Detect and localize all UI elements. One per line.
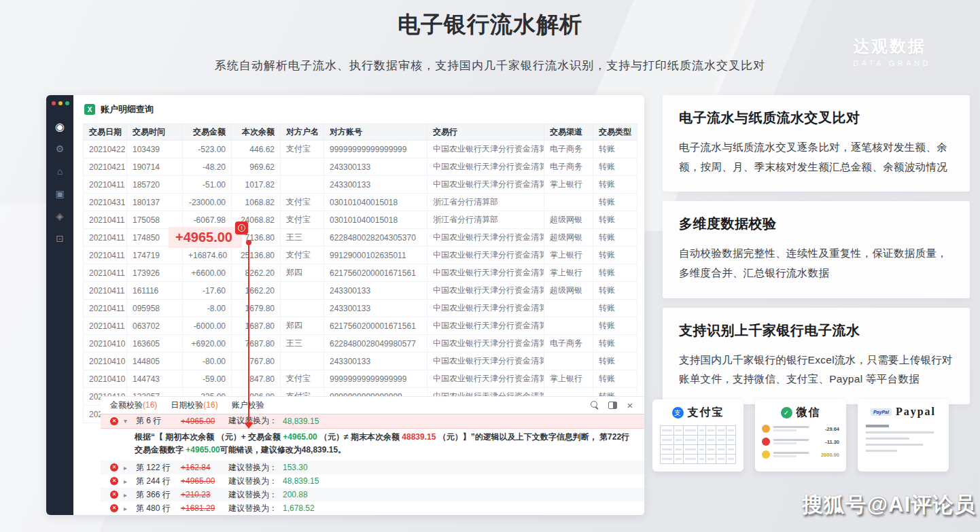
mini-cell <box>716 436 726 445</box>
validation-item[interactable]: ✕▸第 122 行+162.84建议替换为：153.30 <box>101 461 644 474</box>
cell-bank: 中国农业银行天津分行资金清算中心 <box>427 282 544 300</box>
search-icon[interactable] <box>590 400 599 410</box>
mini-cell <box>684 445 698 455</box>
close-icon[interactable]: × <box>625 400 635 410</box>
mini-cell <box>684 436 698 445</box>
data-icon[interactable]: ◈ <box>54 210 66 222</box>
validation-item[interactable]: ✕▸第 366 行+210.23建议替换为：200.88 <box>101 488 644 501</box>
cell-type: 转账 <box>593 282 637 300</box>
page-subtitle: 系统自动解析电子流水、执行数据审核，支持国内几千家银行流水识别，支持与打印纸质流… <box>0 58 980 73</box>
feature-card: 支持识别上千家银行电子流水支持国内几千家银行的银行Excel流水，只需要上传银行… <box>663 308 970 404</box>
column-header-type[interactable]: 交易类型 <box>593 124 637 141</box>
cell-type: 转账 <box>593 211 637 229</box>
validation-item[interactable]: ✕▸第 480 行+1681.29建议替换为：1,678.52 <box>101 501 644 515</box>
cell-channel: 掌上银行 <box>544 247 593 264</box>
dashboard-icon[interactable]: ◉ <box>54 120 66 132</box>
table-row[interactable]: 20210411173926+6600.008262.20郑四621756020… <box>84 264 637 282</box>
split-view-icon[interactable] <box>608 400 617 410</box>
cell-channel: 掌上银行 <box>544 264 593 282</box>
cell-balance: 1068.82 <box>232 194 281 211</box>
column-header-balance[interactable]: 本次余额 <box>232 124 281 141</box>
report-icon[interactable]: ▣ <box>54 188 66 200</box>
brand-tagline: DATA GRAND <box>853 59 931 67</box>
cell-bank: 中国农业银行天津分行资金清算中心 <box>427 264 544 282</box>
table-row[interactable]: 20210411174850+4965.00!7136.80王三62284800… <box>84 229 637 247</box>
alipay-logo-icon: 支 <box>672 407 684 419</box>
cell-party <box>281 353 324 370</box>
mini-cell <box>706 455 717 464</box>
table-row[interactable]: 20210410144805-80.00767.80243300133中国农业银… <box>84 353 637 370</box>
cell-type: 转账 <box>593 247 637 264</box>
tab-金额校验[interactable]: 金额校验(16) <box>110 400 157 411</box>
mini-cell <box>674 455 684 464</box>
table-row[interactable]: 20210411175058-6067.9824068.82支付宝0301010… <box>84 211 637 229</box>
cell-type: 转账 <box>593 264 637 282</box>
detail-segment: +4965.00 <box>283 432 317 442</box>
cell-party: 支付宝 <box>281 247 324 264</box>
column-header-amount[interactable]: 交易金额 <box>183 124 232 141</box>
archive-icon[interactable]: ⊡ <box>54 232 66 245</box>
validation-item[interactable]: ✕▸第 244 行+4965.00建议替换为：48,839.15 <box>101 474 644 488</box>
transactions-table: 交易日期交易时间交易金额本次余额对方户名对方账号交易行交易渠道交易类型 2021… <box>83 124 637 423</box>
table-row[interactable]: 20210421190714-48.20969.62243300133中国农业银… <box>84 158 637 176</box>
cell-channel <box>544 317 593 335</box>
caret-right-icon[interactable]: ▸ <box>124 491 130 499</box>
column-header-time[interactable]: 交易时间 <box>127 124 183 141</box>
column-header-account[interactable]: 对方账号 <box>324 124 427 141</box>
error-circle-icon: ✕ <box>110 491 118 499</box>
home-icon[interactable]: ⌂ <box>54 165 66 177</box>
table-row[interactable]: 20210410163605+6920.007687.80王三622848002… <box>84 335 637 353</box>
settings-icon[interactable]: ⚙ <box>54 143 66 155</box>
cell-type: 转账 <box>593 158 637 176</box>
cell-balance: 1679.80 <box>232 300 281 317</box>
table-row[interactable]: 20210411174719+16874.6025136.80支付宝991290… <box>84 247 637 264</box>
table-row[interactable]: 20210410144743-59.00847.80支付宝99999999999… <box>84 370 637 388</box>
table-row[interactable]: 20210411161116-17.601662.20243300133中国农业… <box>84 282 637 300</box>
excel-icon: X <box>84 104 95 115</box>
transactions-tbody: 20210422103439-523.00446.62支付宝9999999999… <box>84 141 637 423</box>
caret-right-icon[interactable]: ▸ <box>124 505 130 512</box>
column-header-date[interactable]: 交易日期 <box>84 124 127 141</box>
caret-right-icon[interactable]: ▸ <box>124 464 130 472</box>
cell-date: 20210411 <box>84 317 127 335</box>
cell-party: 郑四 <box>281 317 324 335</box>
mini-text-bars <box>773 426 822 431</box>
cell-type: 转账 <box>593 353 637 370</box>
validation-tabs: 金额校验(16)日期校验(16)账户校验× <box>101 396 644 414</box>
cell-amount: +4965.00! <box>183 229 232 247</box>
cell-amount: -8.00 <box>183 300 232 317</box>
feature-body: 自动校验数据完整性、连续性及重复性，保证数据质量，多维度合并、汇总银行流水数据 <box>679 244 953 283</box>
validation-item[interactable]: ✕▾第 6 行+4965.00建议替换为：48,839.15 <box>101 414 644 429</box>
cell-time: 175058 <box>127 211 183 229</box>
detail-segment: 48839.15 <box>402 432 436 442</box>
cell-channel: 超级网银 <box>544 211 593 229</box>
caret-right-icon[interactable]: ▸ <box>124 478 130 485</box>
column-header-bank[interactable]: 交易行 <box>427 124 544 141</box>
cell-amount: -17.60 <box>183 282 232 300</box>
cell-date: 20210411 <box>84 229 127 247</box>
tab-日期校验[interactable]: 日期校验(16) <box>171 400 217 411</box>
cell-time: 063702 <box>127 317 183 335</box>
cell-amount: +6600.00 <box>183 264 232 282</box>
window-traffic-lights[interactable] <box>46 95 73 105</box>
table-row[interactable]: 20210411185720-51.001017.82243300133中国农业… <box>84 176 637 194</box>
cell-channel <box>544 194 593 211</box>
mini-cell <box>674 426 684 436</box>
table-row[interactable]: 20210422103439-523.00446.62支付宝9999999999… <box>84 141 637 158</box>
cell-account: 6228480028049980577 <box>324 335 427 353</box>
cell-time: 095958 <box>127 300 183 317</box>
tab-账户校验[interactable]: 账户校验 <box>232 400 264 411</box>
table-row[interactable]: 20210431180137-23000.001068.82支付宝0301010… <box>84 194 637 211</box>
feature-title: 电子流水与纸质流水交叉比对 <box>679 109 953 127</box>
caret-down-icon[interactable]: ▾ <box>124 417 130 425</box>
column-header-party[interactable]: 对方户名 <box>281 124 324 141</box>
cell-party: 郑四 <box>281 264 324 282</box>
watermark: 搜狐号@AI评论员 <box>802 491 976 519</box>
column-header-channel[interactable]: 交易渠道 <box>544 124 593 141</box>
old-value: +162.84 <box>181 463 223 472</box>
table-row[interactable]: 20210411063702-6000.001687.80郑四621756020… <box>84 317 637 335</box>
mini-merchant-icon <box>762 438 770 446</box>
cell-channel: 电子商务 <box>544 141 593 158</box>
table-row[interactable]: 20210411095958-8.001679.80243300133中国农业银… <box>84 300 637 317</box>
cell-account: 6228480028204305370 <box>324 229 427 247</box>
